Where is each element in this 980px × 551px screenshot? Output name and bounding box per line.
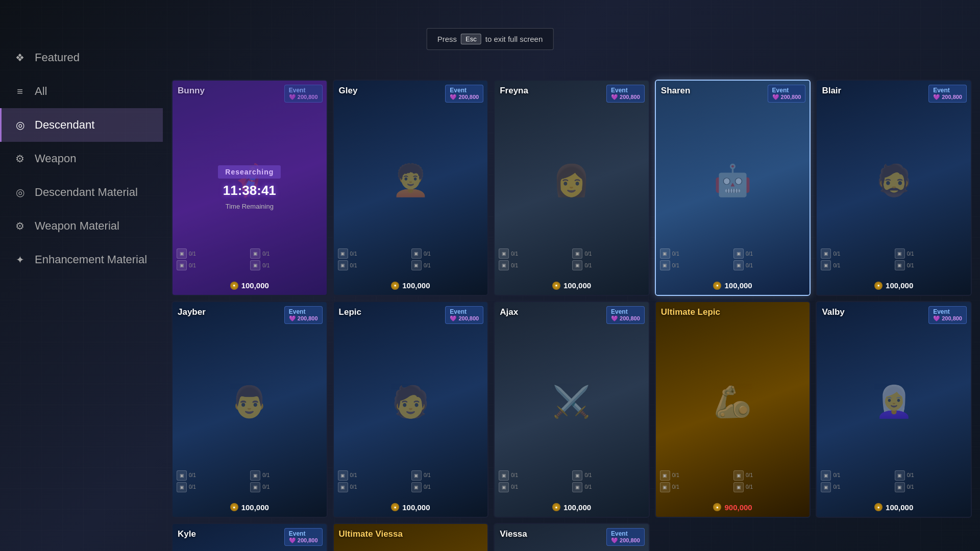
part-item-freyna-3: ▣0/1	[572, 260, 644, 270]
part-item-ajax-2: ▣0/1	[499, 482, 571, 492]
part-icon: ▣	[821, 482, 831, 492]
event-badge-sharen: Event💜 200,800	[768, 85, 806, 103]
card-price-ultimate-lepic: ●900,000	[656, 503, 810, 512]
part-count: 0/1	[584, 251, 592, 257]
weapon-icon: ⚙	[12, 151, 28, 166]
sidebar-item-weapon-material[interactable]: ⚙ Weapon Material	[0, 209, 163, 243]
part-count: 0/1	[189, 251, 196, 257]
card-sharen[interactable]: 🤖SharenEvent💜 200,800▣0/1▣0/1▣0/1▣0/1●10…	[655, 80, 811, 296]
card-freyna[interactable]: 👩FreynaEvent💜 200,800▣0/1▣0/1▣0/1▣0/1●10…	[494, 80, 650, 296]
sidebar-item-label-descendant: Descendant	[35, 118, 94, 132]
card-character-jayber: 👨	[173, 317, 327, 486]
enhancement-icon: ✦	[12, 252, 28, 267]
part-icon: ▣	[499, 482, 509, 492]
card-ajax[interactable]: ⚔️AjaxEvent💜 200,800▣0/1▣0/1▣0/1▣0/1●100…	[494, 301, 650, 517]
card-name-sharen: Sharen	[661, 86, 691, 96]
sidebar-item-label-desc-mat: Descendant Material	[35, 186, 138, 199]
part-count: 0/1	[511, 251, 518, 257]
card-bunny[interactable]: 🦸BunnyEvent💜 200,800 Researching 11:38:4…	[172, 80, 328, 296]
cards-scroll-area[interactable]: 🦸BunnyEvent💜 200,800 Researching 11:38:4…	[163, 71, 980, 551]
part-item-ultimate-lepic-1: ▣0/1	[733, 470, 805, 481]
card-ultimate-viessa[interactable]: 👩‍🦳Ultimate Viessa	[333, 523, 489, 551]
part-count: 0/1	[262, 484, 270, 490]
part-item-gley-1: ▣0/1	[411, 248, 483, 259]
part-icon: ▣	[572, 248, 582, 259]
descendant-icon: ◎	[12, 117, 28, 133]
price-value-valby: 100,000	[886, 503, 913, 512]
card-ultimate-lepic[interactable]: 🦾Ultimate Lepic▣0/1▣0/1▣0/1▣0/1●900,000	[655, 301, 811, 517]
price-icon-ultimate-lepic: ●	[713, 503, 721, 511]
card-parts-sharen: ▣0/1▣0/1▣0/1▣0/1	[660, 248, 806, 270]
part-icon: ▣	[177, 248, 187, 259]
part-item-ajax-0: ▣0/1	[499, 470, 571, 481]
part-icon: ▣	[411, 260, 422, 270]
sidebar-item-label-weap-mat: Weapon Material	[35, 219, 119, 233]
card-name-valby: Valby	[822, 307, 844, 317]
price-icon-ajax: ●	[552, 503, 560, 511]
card-price-valby: ●100,000	[817, 503, 971, 512]
part-count: 0/1	[511, 472, 518, 478]
sidebar-item-descendant[interactable]: ◎ Descendant	[0, 108, 163, 142]
card-jayber[interactable]: 👨JayberEvent💜 200,800▣0/1▣0/1▣0/1▣0/1●10…	[172, 301, 328, 517]
part-icon: ▣	[499, 248, 509, 259]
sidebar-item-descendant-material[interactable]: ◎ Descendant Material	[0, 176, 163, 209]
character-figure-sharen: 🤖	[656, 96, 810, 264]
card-lepic[interactable]: 🧑LepicEvent💜 200,800▣0/1▣0/1▣0/1▣0/1●100…	[333, 301, 489, 517]
part-icon: ▣	[499, 260, 509, 270]
sidebar-item-label-featured: Featured	[35, 51, 80, 64]
card-kyle[interactable]: 👦KyleEvent💜 200,800	[172, 523, 328, 551]
part-icon: ▣	[338, 470, 348, 481]
researching-label: Researching	[218, 165, 281, 179]
card-gley[interactable]: 🧑‍🦱GleyEvent💜 200,800▣0/1▣0/1▣0/1▣0/1●10…	[333, 80, 489, 296]
part-item-valby-2: ▣0/1	[821, 482, 893, 492]
part-icon: ▣	[250, 482, 260, 492]
sidebar-item-all[interactable]: ≡ All	[0, 74, 163, 108]
part-item-sharen-1: ▣0/1	[733, 248, 805, 259]
part-count: 0/1	[907, 251, 914, 257]
sidebar-item-featured[interactable]: ❖ Featured	[0, 41, 163, 74]
part-count: 0/1	[672, 472, 679, 478]
card-valby[interactable]: 👩‍🦳ValbyEvent💜 200,800▣0/1▣0/1▣0/1▣0/1●1…	[816, 301, 972, 517]
part-count: 0/1	[350, 472, 357, 478]
part-count: 0/1	[511, 263, 518, 268]
card-character-freyna: 👩	[495, 96, 649, 264]
price-value-blair: 100,000	[886, 281, 913, 290]
part-item-sharen-3: ▣0/1	[733, 260, 805, 270]
card-price-lepic: ●100,000	[334, 503, 488, 512]
event-badge-valby: Event💜 200,800	[928, 306, 967, 324]
card-price-gley: ●100,000	[334, 281, 488, 290]
card-name-kyle: Kyle	[178, 529, 196, 539]
part-icon: ▣	[733, 248, 744, 259]
price-value-sharen: 100,000	[724, 281, 752, 290]
card-character-ultimate-lepic: 🦾	[656, 317, 810, 486]
esc-key: Esc	[461, 34, 481, 44]
part-item-freyna-0: ▣0/1	[499, 248, 571, 259]
card-parts-blair: ▣0/1▣0/1▣0/1▣0/1	[821, 248, 967, 270]
part-count: 0/1	[907, 484, 914, 490]
card-character-gley: 🧑‍🦱	[334, 96, 488, 264]
part-count: 0/1	[511, 484, 518, 490]
card-parts-jayber: ▣0/1▣0/1▣0/1▣0/1	[177, 470, 323, 492]
sidebar-item-weapon[interactable]: ⚙ Weapon	[0, 142, 163, 176]
event-badge-jayber: Event💜 200,800	[284, 306, 323, 324]
part-count: 0/1	[584, 484, 592, 490]
card-blair[interactable]: 🧔BlairEvent💜 200,800▣0/1▣0/1▣0/1▣0/1●100…	[816, 80, 972, 296]
part-item-gley-2: ▣0/1	[338, 260, 410, 270]
part-item-blair-1: ▣0/1	[895, 248, 967, 259]
card-name-lepic: Lepic	[339, 307, 361, 317]
part-count: 0/1	[672, 484, 679, 490]
price-value-ajax: 100,000	[564, 503, 591, 512]
time-remaining-label: Time Remaining	[226, 203, 274, 210]
part-icon: ▣	[338, 248, 348, 259]
part-item-jayber-2: ▣0/1	[177, 482, 249, 492]
price-icon-sharen: ●	[713, 282, 721, 290]
part-item-gley-0: ▣0/1	[338, 248, 410, 259]
card-price-freyna: ●100,000	[495, 281, 649, 290]
part-icon: ▣	[895, 248, 905, 259]
card-name-ultimate-lepic: Ultimate Lepic	[661, 307, 720, 317]
part-count: 0/1	[350, 484, 357, 490]
price-value-freyna: 100,000	[564, 281, 591, 290]
sidebar-item-enhancement-material[interactable]: ✦ Enhancement Material	[0, 243, 163, 277]
card-viessa[interactable]: 👩ViessaEvent💜 200,800	[494, 523, 650, 551]
event-badge-kyle: Event💜 200,800	[284, 528, 323, 546]
